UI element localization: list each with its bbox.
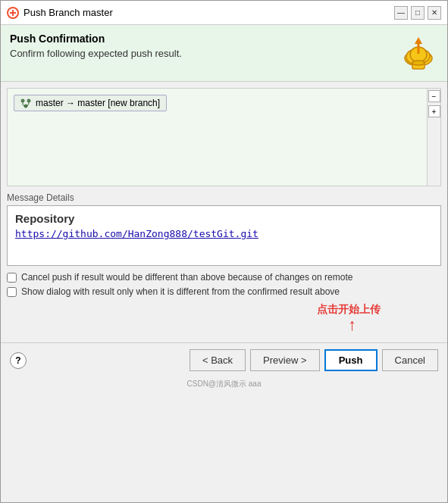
help-button[interactable]: ? bbox=[10, 352, 27, 369]
title-bar-left: Push Branch master bbox=[7, 7, 113, 19]
push-button[interactable]: Push bbox=[324, 349, 378, 371]
cancel-push-checkbox[interactable] bbox=[7, 273, 17, 283]
message-details-box: Repository https://github.com/HanZong888… bbox=[7, 205, 441, 266]
close-button[interactable]: ✕ bbox=[428, 6, 441, 20]
footer-buttons: < Back Preview > Push Cancel bbox=[190, 349, 438, 371]
branch-list-scrollbar: − + bbox=[427, 89, 440, 186]
cloud-upload-svg bbox=[399, 34, 438, 73]
watermark: CSDN@清风微示 aaa bbox=[1, 377, 447, 391]
git-icon bbox=[7, 7, 19, 19]
cancel-push-label: Cancel push if result would be different… bbox=[21, 272, 352, 283]
message-details-section: Message Details Repository https://githu… bbox=[7, 192, 441, 266]
checkbox-row-1: Cancel push if result would be different… bbox=[7, 272, 441, 283]
footer-left: ? bbox=[10, 352, 27, 369]
message-details-label: Message Details bbox=[7, 192, 441, 203]
branch-item: master → master [new branch] bbox=[14, 95, 167, 111]
branch-list-section: master → master [new branch] − + bbox=[7, 88, 441, 186]
header-title: Push Confirmation bbox=[10, 33, 182, 45]
cancel-button[interactable]: Cancel bbox=[382, 349, 438, 371]
annotation-area: 点击开始上传 ↑ bbox=[7, 297, 441, 342]
branch-icon bbox=[20, 98, 31, 108]
title-bar: Push Branch master — □ ✕ bbox=[1, 1, 447, 25]
header-text-block: Push Confirmation Confirm following expe… bbox=[10, 33, 182, 59]
maximize-button[interactable]: □ bbox=[411, 6, 425, 20]
footer: ? < Back Preview > Push Cancel bbox=[1, 342, 447, 377]
checkbox-row-2: Show dialog with result only when it is … bbox=[7, 286, 441, 297]
minimize-button[interactable]: — bbox=[394, 6, 408, 20]
header-section: Push Confirmation Confirm following expe… bbox=[1, 25, 447, 82]
push-cloud-icon bbox=[399, 34, 438, 73]
header-subtitle: Confirm following expected push result. bbox=[10, 48, 182, 59]
checkboxes-section: Cancel push if result would be different… bbox=[7, 272, 441, 297]
svg-point-8 bbox=[412, 61, 425, 65]
show-dialog-label: Show dialog with result only when it is … bbox=[21, 286, 340, 297]
show-dialog-checkbox[interactable] bbox=[7, 287, 17, 297]
title-bar-buttons: — □ ✕ bbox=[394, 6, 441, 20]
preview-button[interactable]: Preview > bbox=[250, 349, 319, 371]
svg-marker-6 bbox=[415, 37, 422, 44]
title-bar-text: Push Branch master bbox=[23, 7, 113, 18]
scroll-up-button[interactable]: − bbox=[428, 90, 440, 102]
branch-list-content: master → master [new branch] bbox=[8, 89, 427, 186]
repo-link[interactable]: https://github.com/HanZong888/testGit.gi… bbox=[15, 228, 258, 239]
svg-point-9 bbox=[21, 99, 24, 102]
branch-from: master → master [new branch] bbox=[36, 98, 160, 108]
scroll-down-button[interactable]: + bbox=[428, 105, 440, 117]
svg-point-10 bbox=[27, 99, 30, 102]
repo-label: Repository bbox=[15, 212, 433, 225]
back-button[interactable]: < Back bbox=[190, 349, 246, 371]
annotation-arrow-icon: ↑ bbox=[348, 315, 356, 335]
main-window: Push Branch master — □ ✕ Push Confirmati… bbox=[0, 0, 448, 503]
